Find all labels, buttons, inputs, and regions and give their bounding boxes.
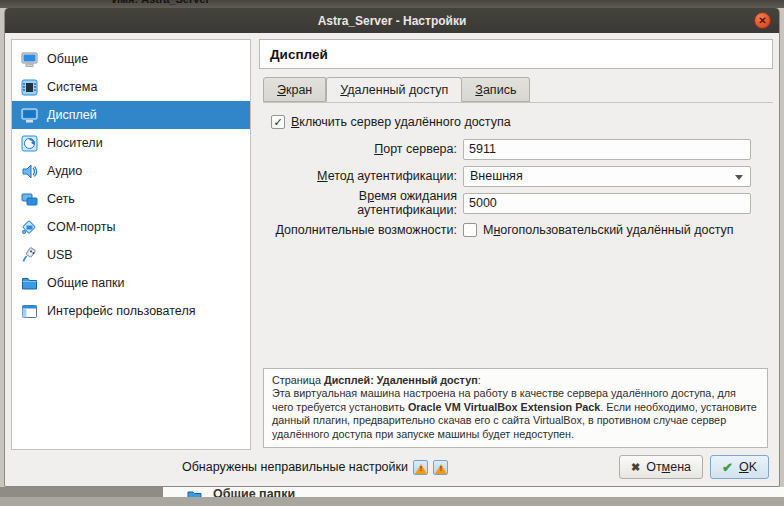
cancel-label: Отмена (646, 460, 691, 474)
disk-icon (21, 135, 38, 152)
tab-bar: Экран Удаленный доступ Запись (263, 77, 773, 103)
hint-box: Страница Дисплей: Удаленный доступ: Эта … (263, 368, 768, 448)
auth-timeout-label: Время ожидания аутентификации: (267, 189, 463, 217)
sidebar-item-general[interactable]: Общие (12, 45, 250, 73)
background-sidebar-item-shared-folders: Общие папки (163, 487, 784, 497)
background-window-edge (0, 487, 163, 497)
sidebar-item-user-interface[interactable]: Интерфейс пользователя (12, 297, 250, 325)
sidebar: Общие Система Дисплей Носители (11, 39, 251, 450)
auth-method-select[interactable]: Внешняя (463, 166, 751, 187)
sidebar-item-label: Дисплей (47, 108, 97, 122)
settings-dialog: Astra_Server - Настройки ✕ Общие Система (4, 8, 780, 487)
cancel-x-icon: ✖ (631, 461, 640, 474)
server-port-label: Порт сервера: (267, 142, 463, 156)
usb-icon (21, 247, 38, 264)
ok-check-icon: ✔ (722, 460, 733, 475)
sidebar-item-audio[interactable]: Аудио (12, 157, 250, 185)
sidebar-item-label: Общие папки (47, 276, 125, 290)
folder-icon (21, 275, 38, 292)
sidebar-item-label: Интерфейс пользователя (47, 304, 195, 318)
display-icon (21, 107, 38, 124)
sidebar-item-storage[interactable]: Носители (12, 129, 250, 157)
speaker-icon (21, 163, 38, 180)
close-icon: ✕ (758, 16, 766, 26)
sidebar-item-label: COM-порты (47, 220, 115, 234)
remote-display-form: ✓ Включить сервер удалённого доступа Пор… (259, 112, 773, 247)
cancel-button[interactable]: ✖ Отмена (619, 455, 703, 479)
tab-recording[interactable]: Запись (462, 77, 530, 102)
auth-method-value: Внешняя (470, 169, 523, 183)
sidebar-item-label: Носители (47, 136, 103, 150)
ok-label: OK (739, 460, 757, 474)
background-window-bottom-strip: Общие папки (0, 487, 784, 506)
sidebar-item-network[interactable]: Сеть (12, 185, 250, 213)
remote-display-warning-icon[interactable]: ! (433, 460, 448, 475)
background-window-top-text: Имя: Astra_Server (112, 0, 210, 5)
multiuser-access-label: Многопользовательский удалённый доступ (483, 223, 734, 237)
server-port-input[interactable] (463, 139, 751, 160)
display-warning-icon[interactable]: ! (413, 460, 428, 475)
sidebar-item-label: USB (47, 248, 73, 262)
auth-timeout-input[interactable] (463, 193, 751, 214)
dialog-footer: Обнаружены неправильные настройки ! ! ✖ … (5, 452, 779, 486)
background-window-top-strip: Имя: Astra_Server (0, 0, 784, 8)
background-taskbar-strip (0, 497, 784, 506)
sidebar-item-system[interactable]: Система (12, 73, 250, 101)
auth-method-label: Метод аутентификации: (267, 169, 463, 183)
sidebar-item-label: Аудио (47, 164, 82, 178)
serial-port-icon (21, 219, 38, 236)
display-settings-panel: Дисплей Экран Удаленный доступ Запись ✓ … (259, 39, 773, 452)
ok-button[interactable]: ✔ OK (710, 455, 769, 479)
enable-server-checkbox[interactable]: ✓ (271, 115, 285, 129)
extended-features-label: Дополнительные возможности: (267, 223, 463, 237)
network-icon (21, 191, 38, 208)
titlebar[interactable]: Astra_Server - Настройки ✕ (5, 8, 779, 33)
window-layout-icon (21, 303, 38, 320)
validation-status: Обнаружены неправильные настройки ! ! (11, 460, 619, 475)
close-button[interactable]: ✕ (754, 12, 771, 29)
sidebar-item-label: Система (47, 80, 97, 94)
sidebar-item-label: Сеть (47, 192, 75, 206)
sidebar-item-display[interactable]: Дисплей (12, 101, 250, 129)
chevron-down-icon (735, 175, 743, 180)
sidebar-item-shared-folders[interactable]: Общие папки (12, 269, 250, 297)
sidebar-item-com-ports[interactable]: COM-порты (12, 213, 250, 241)
sidebar-item-usb[interactable]: USB (12, 241, 250, 269)
general-icon (21, 51, 38, 68)
chip-icon (21, 79, 38, 96)
enable-server-label: Включить сервер удалённого доступа (291, 115, 511, 129)
validation-status-text: Обнаружены неправильные настройки (182, 460, 408, 474)
window-title: Astra_Server - Настройки (318, 14, 467, 28)
folder-icon (187, 488, 202, 497)
tab-screen[interactable]: Экран (263, 77, 326, 102)
sidebar-item-label: Общие (47, 52, 88, 66)
tab-remote-display[interactable]: Удаленный доступ (326, 77, 462, 102)
page-title: Дисплей (270, 47, 328, 62)
page-heading: Дисплей (259, 39, 773, 69)
multiuser-access-checkbox[interactable] (463, 223, 477, 237)
